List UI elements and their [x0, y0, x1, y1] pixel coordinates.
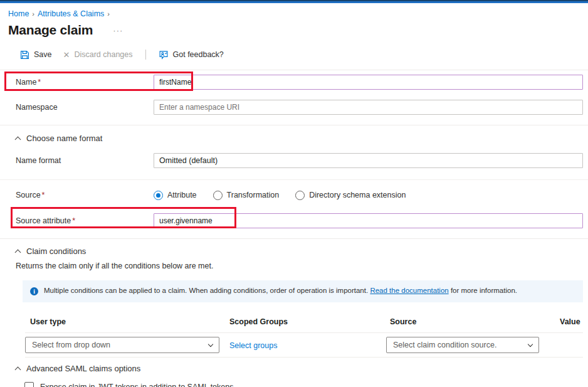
manage-claim-page: Home › Attributes & Claims › Manage clai… — [0, 0, 588, 387]
name-input[interactable] — [154, 75, 583, 90]
source-field-row: Source* Attribute Transformation Directo… — [0, 183, 588, 208]
radio-icon — [295, 191, 305, 200]
radio-label: Directory schema extension — [309, 191, 406, 199]
discard-label: Discard changes — [74, 50, 132, 59]
source-attribute-label-text: Source attribute — [16, 216, 71, 225]
source-attribute-label: Source attribute* — [16, 216, 154, 225]
toolbar-divider-line — [0, 70, 588, 70]
source-attribute-input[interactable] — [154, 213, 583, 228]
feedback-button[interactable]: Got feedback? — [159, 50, 224, 60]
namespace-input[interactable] — [154, 100, 583, 115]
radio-attribute[interactable]: Attribute — [154, 191, 197, 200]
section-title: Advanced SAML claims options — [26, 364, 140, 373]
section-advanced-saml-options[interactable]: Advanced SAML claims options — [16, 364, 588, 373]
condition-source-dropdown[interactable]: Select claim condition source. — [386, 337, 539, 353]
section-claim-conditions[interactable]: Claim conditions — [16, 247, 588, 256]
info-banner-text: Multiple conditions can be applied to a … — [44, 287, 517, 294]
section-title: Claim conditions — [26, 247, 86, 256]
section-choose-name-format[interactable]: Choose name format — [16, 134, 588, 143]
name-format-select[interactable]: Omitted (default) — [154, 153, 583, 168]
radio-selected-icon — [154, 191, 163, 200]
name-label: Name* — [16, 78, 154, 87]
breadcrumb-separator: › — [107, 10, 110, 18]
name-label-text: Name — [16, 78, 36, 87]
command-bar: Save ✕ Discard changes Got feedback? — [20, 47, 588, 62]
radio-label: Transformation — [227, 191, 280, 199]
radio-label: Attribute — [167, 191, 197, 199]
table-header-row: User type Scoped Groups Source Value — [25, 314, 583, 332]
column-header-user-type: User type — [25, 314, 229, 332]
source-label-text: Source — [16, 191, 41, 199]
banner-text-before: Multiple conditions can be applied to a … — [44, 287, 368, 294]
more-options-button[interactable]: ··· — [110, 24, 125, 36]
breadcrumb: Home › Attributes & Claims › — [8, 9, 588, 18]
chevron-up-icon — [15, 136, 21, 142]
claim-conditions-table: User type Scoped Groups Source Value Sel… — [25, 314, 583, 358]
feedback-label: Got feedback? — [173, 50, 224, 59]
radio-transformation[interactable]: Transformation — [213, 191, 280, 200]
required-asterisk: * — [72, 216, 75, 225]
namespace-label: Namespace — [16, 103, 154, 112]
source-radio-group: Attribute Transformation Directory schem… — [154, 191, 406, 200]
source-attribute-field-row: Source attribute* — [0, 208, 588, 234]
banner-text-after: for more information. — [451, 287, 517, 294]
read-documentation-link[interactable]: Read the documentation — [370, 287, 448, 294]
name-field-row: Name* — [0, 71, 588, 93]
user-type-dropdown-value: Select from drop down — [32, 341, 110, 349]
namespace-field-row: Namespace — [0, 93, 588, 121]
chevron-down-icon — [208, 341, 213, 346]
claim-conditions-description: Returns the claim only if all the condit… — [16, 262, 588, 270]
breadcrumb-separator: › — [32, 10, 34, 18]
feedback-icon — [159, 50, 169, 60]
condition-source-dropdown-value: Select claim condition source. — [393, 341, 496, 349]
column-header-source: Source — [386, 314, 540, 332]
select-groups-link[interactable]: Select groups — [229, 341, 277, 350]
expose-jwt-checkbox-label: Expose claim in JWT tokens in addition t… — [40, 383, 233, 387]
toolbar-divider — [145, 50, 146, 60]
source-label: Source* — [16, 191, 154, 199]
chevron-up-icon — [15, 249, 21, 255]
close-icon: ✕ — [63, 51, 70, 59]
breadcrumb-home[interactable]: Home — [8, 9, 29, 18]
radio-directory-schema-extension[interactable]: Directory schema extension — [295, 191, 406, 200]
section-divider — [0, 179, 588, 180]
discard-changes-button[interactable]: ✕ Discard changes — [63, 50, 133, 59]
expose-jwt-checkbox[interactable] — [24, 382, 34, 387]
breadcrumb-attributes-claims[interactable]: Attributes & Claims — [38, 9, 104, 18]
info-icon: i — [30, 287, 38, 295]
required-asterisk: * — [42, 191, 45, 199]
title-row: Manage claim ··· — [8, 23, 588, 38]
required-asterisk: * — [38, 78, 41, 87]
table-row: Select from drop down Select groups Sele… — [25, 332, 583, 358]
name-format-field-row: Name format Omitted (default) — [0, 147, 588, 174]
save-button[interactable]: Save — [20, 50, 52, 60]
section-divider — [0, 125, 588, 125]
jwt-checkbox-row: Expose claim in JWT tokens in addition t… — [24, 382, 588, 387]
save-label: Save — [34, 50, 52, 59]
section-title: Choose name format — [26, 134, 102, 143]
column-header-value: Value — [540, 314, 583, 332]
chevron-down-icon — [528, 341, 533, 346]
chevron-up-icon — [15, 366, 21, 373]
radio-icon — [213, 191, 223, 200]
info-banner: i Multiple conditions can be applied to … — [23, 280, 583, 302]
column-header-scoped-groups: Scoped Groups — [229, 314, 386, 332]
section-divider — [0, 238, 588, 239]
page-title: Manage claim — [8, 23, 93, 38]
user-type-dropdown[interactable]: Select from drop down — [25, 337, 219, 353]
window-accent-bar — [0, 0, 588, 3]
name-format-label: Name format — [16, 156, 154, 165]
save-icon — [20, 50, 29, 60]
